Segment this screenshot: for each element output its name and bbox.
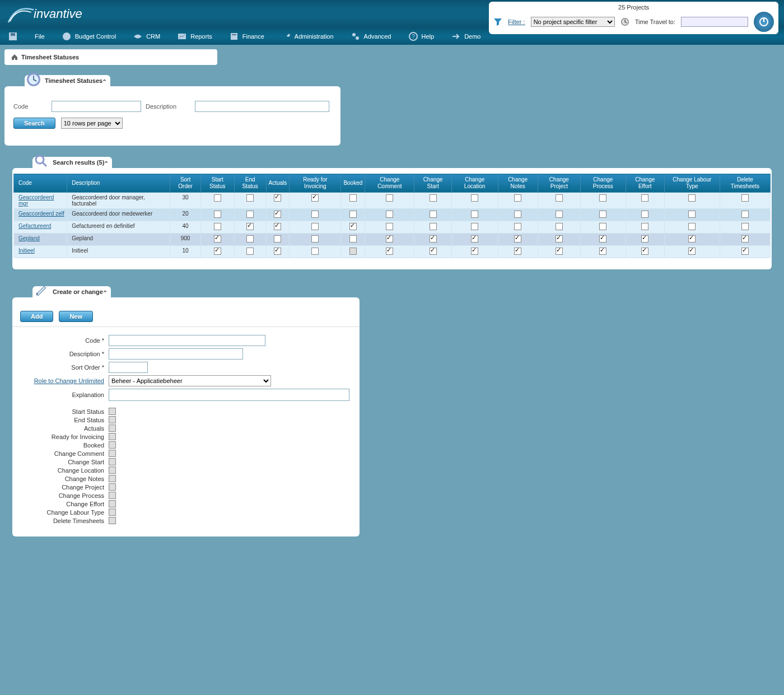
search-button[interactable]: Search	[13, 118, 55, 129]
collapse-icon[interactable]: ⌃	[102, 78, 107, 86]
row-checkbox[interactable]	[556, 235, 563, 242]
row-checkbox[interactable]	[430, 248, 437, 255]
row-checkbox[interactable]	[386, 211, 393, 218]
cb-chloc[interactable]	[109, 467, 116, 474]
row-checkbox[interactable]	[471, 223, 478, 230]
code-input[interactable]	[52, 101, 141, 112]
row-checkbox[interactable]	[556, 211, 563, 218]
form-expl-input[interactable]	[109, 389, 349, 401]
row-checkbox[interactable]	[514, 223, 521, 230]
row-checkbox[interactable]	[386, 235, 393, 242]
row-checkbox[interactable]	[688, 211, 696, 218]
row-checkbox[interactable]	[214, 223, 221, 230]
row-checkbox[interactable]	[274, 223, 281, 230]
power-button[interactable]	[754, 12, 774, 32]
form-role-select[interactable]: Beheer - Applicatiebeheer	[109, 375, 271, 386]
row-checkbox[interactable]	[349, 211, 357, 218]
row-checkbox[interactable]	[430, 223, 437, 230]
col-header[interactable]: Sort Order	[170, 174, 201, 193]
row-checkbox[interactable]	[641, 211, 648, 218]
row-checkbox[interactable]	[274, 194, 281, 202]
row-checkbox[interactable]	[599, 194, 606, 202]
col-header[interactable]: End Status	[234, 174, 266, 193]
row-checkbox[interactable]	[430, 235, 437, 242]
row-checkbox[interactable]	[349, 194, 357, 202]
row-checkbox[interactable]	[471, 194, 478, 202]
row-checkbox[interactable]	[641, 248, 648, 255]
row-checkbox[interactable]	[688, 194, 696, 202]
filter-link[interactable]: Filter :	[508, 18, 525, 25]
col-header[interactable]: Change Process	[580, 174, 626, 193]
row-checkbox[interactable]	[274, 248, 281, 255]
row-checkbox[interactable]	[246, 248, 254, 255]
menu-help[interactable]: ?Help	[403, 28, 440, 45]
row-code-link[interactable]: Initieel	[18, 248, 35, 254]
row-checkbox[interactable]	[688, 235, 696, 242]
cb-start[interactable]	[109, 408, 116, 415]
row-checkbox[interactable]	[556, 248, 563, 255]
form-role-label[interactable]: Role to Change Unlimited	[20, 377, 104, 384]
col-header[interactable]: Actuals	[266, 174, 290, 193]
collapse-icon[interactable]: ⌃	[104, 160, 109, 167]
row-checkbox[interactable]	[214, 235, 221, 242]
row-checkbox[interactable]	[214, 211, 221, 218]
row-checkbox[interactable]	[471, 235, 478, 242]
row-checkbox[interactable]	[311, 211, 319, 218]
row-checkbox[interactable]	[430, 211, 437, 218]
row-checkbox[interactable]	[386, 248, 393, 255]
row-checkbox[interactable]	[514, 248, 521, 255]
col-header[interactable]: Change Effort	[626, 174, 664, 193]
row-checkbox[interactable]	[311, 235, 319, 242]
desc-input[interactable]	[195, 101, 329, 112]
row-checkbox[interactable]	[311, 248, 319, 255]
cb-cheff[interactable]	[109, 500, 116, 507]
row-checkbox[interactable]	[214, 194, 221, 202]
menu-crm[interactable]: CRM	[127, 28, 166, 45]
menu-budget[interactable]: Budget Control	[56, 28, 122, 45]
row-checkbox[interactable]	[599, 235, 606, 242]
row-checkbox[interactable]	[274, 235, 281, 242]
cb-ready[interactable]	[109, 433, 116, 440]
col-header[interactable]: Change Comment	[365, 174, 414, 193]
row-checkbox[interactable]	[741, 235, 749, 242]
row-checkbox[interactable]	[246, 211, 254, 218]
col-header[interactable]: Change Start	[414, 174, 452, 193]
cb-del[interactable]	[109, 517, 116, 524]
new-button[interactable]: New	[59, 311, 93, 322]
cb-chnotes[interactable]	[109, 475, 116, 482]
row-checkbox[interactable]	[514, 194, 521, 202]
cb-chcomment[interactable]	[109, 450, 116, 457]
timetravel-input[interactable]	[681, 17, 748, 27]
row-code-link[interactable]: Gefactureerd	[18, 223, 51, 229]
cb-chstart[interactable]	[109, 458, 116, 465]
row-checkbox[interactable]	[386, 194, 393, 202]
row-checkbox[interactable]	[688, 223, 696, 230]
row-checkbox[interactable]	[741, 223, 749, 230]
row-checkbox[interactable]	[274, 211, 281, 218]
menu-reports[interactable]: Reports	[171, 28, 218, 45]
row-checkbox[interactable]	[246, 223, 254, 230]
row-checkbox[interactable]	[688, 248, 696, 255]
rows-per-page-select[interactable]: 10 rows per page	[61, 118, 123, 129]
row-checkbox[interactable]	[514, 211, 521, 218]
row-code-link[interactable]: Gepland	[18, 235, 40, 241]
col-header[interactable]: Code	[14, 174, 67, 193]
row-checkbox[interactable]	[741, 248, 749, 255]
cb-end[interactable]	[109, 416, 116, 423]
menu-admin[interactable]: Administration	[276, 28, 339, 45]
home-icon[interactable]	[11, 54, 18, 60]
row-checkbox[interactable]	[349, 223, 357, 230]
col-header[interactable]: Ready for Invoicing	[290, 174, 341, 193]
form-desc-input[interactable]	[109, 348, 243, 360]
row-checkbox[interactable]	[599, 248, 606, 255]
col-header[interactable]: Change Notes	[498, 174, 538, 193]
menu-demo[interactable]: Demo	[445, 28, 486, 45]
col-header[interactable]: Change Project	[538, 174, 580, 193]
row-checkbox[interactable]	[556, 223, 563, 230]
row-checkbox[interactable]	[246, 235, 254, 242]
cb-chproj[interactable]	[109, 483, 116, 491]
row-checkbox[interactable]	[599, 223, 606, 230]
row-checkbox[interactable]	[641, 194, 648, 202]
row-checkbox[interactable]	[471, 248, 478, 255]
form-code-input[interactable]	[109, 335, 265, 346]
